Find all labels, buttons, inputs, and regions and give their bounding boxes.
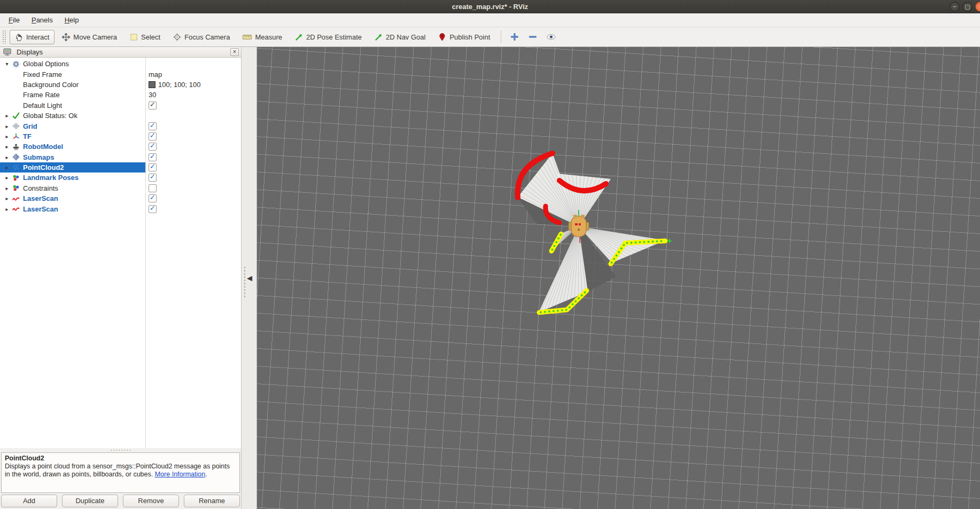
- tool-interact-button[interactable]: Interact: [10, 30, 55, 44]
- row-label: Global Status: Ok: [23, 112, 77, 120]
- tool-measure-button[interactable]: Measure: [237, 30, 287, 44]
- display-row-constraints[interactable]: ▸Constraints: [0, 183, 241, 193]
- rename-button[interactable]: Rename: [184, 495, 240, 507]
- expander-arrow-icon[interactable]: ▸: [3, 123, 11, 129]
- expander-arrow-icon[interactable]: ▸: [3, 206, 11, 212]
- property-value[interactable]: map: [149, 71, 162, 79]
- visibility-checkbox[interactable]: ✓: [149, 163, 157, 171]
- property-row-default-light[interactable]: Default Light✓: [0, 100, 241, 111]
- display-row-pointcloud2[interactable]: ▸PointCloud2✓: [0, 162, 241, 173]
- landmark-dot: [548, 310, 550, 312]
- visibility-checkbox[interactable]: [149, 184, 157, 192]
- display-row-global-status-ok[interactable]: ▸Global Status: Ok: [0, 111, 241, 121]
- tool-remove-tool-button[interactable]: [525, 29, 541, 44]
- expander-arrow-icon[interactable]: ▸: [3, 154, 11, 160]
- more-information-link[interactable]: More Information: [155, 471, 205, 478]
- tool-move-camera-button[interactable]: Move Camera: [57, 30, 122, 44]
- description-period: .: [205, 471, 207, 478]
- toolbar: InteractMove CameraSelectFocus CameraMea…: [0, 27, 980, 47]
- visibility-checkbox[interactable]: ✓: [149, 143, 157, 151]
- visibility-checkbox[interactable]: ✓: [149, 101, 157, 109]
- property-row-frame-rate[interactable]: Frame Rate30: [0, 90, 241, 100]
- displays-panel-header[interactable]: Displays ✕: [0, 47, 241, 58]
- tool-select-button[interactable]: Select: [125, 30, 166, 44]
- property-row-fixed-frame[interactable]: Fixed Framemap: [0, 69, 241, 79]
- property-value[interactable]: 30: [149, 91, 156, 99]
- row-label: Background Color: [23, 81, 79, 89]
- add-button[interactable]: Add: [1, 495, 57, 507]
- visibility-checkbox[interactable]: ✓: [149, 153, 157, 161]
- render-viewport[interactable]: [257, 47, 980, 509]
- display-row-grid[interactable]: ▸Grid✓: [0, 121, 241, 131]
- close-button[interactable]: [975, 2, 980, 12]
- checkmark: ✓: [150, 131, 155, 139]
- tool-focus-camera-button[interactable]: Focus Camera: [168, 30, 235, 44]
- expander-arrow-icon[interactable]: ▸: [3, 144, 11, 150]
- visibility-checkbox[interactable]: ✓: [149, 205, 157, 213]
- window-titlebar[interactable]: create_map.rviz* - RViz − ▢: [0, 0, 980, 13]
- landmark-dot: [574, 300, 577, 302]
- landmark-dot: [611, 262, 613, 264]
- tool-add-tool-button[interactable]: [507, 29, 523, 44]
- expander-arrow-icon[interactable]: ▸: [3, 165, 11, 170]
- panel-close-button[interactable]: ✕: [230, 48, 239, 56]
- tool-nav-goal-button[interactable]: 2D Nav Goal: [369, 30, 431, 44]
- display-row-robotmodel[interactable]: ▸RobotModel✓: [0, 142, 241, 152]
- display-row-laserscan[interactable]: ▸LaserScan✓: [0, 193, 241, 203]
- minimize-button[interactable]: −: [950, 2, 960, 12]
- visibility-checkbox[interactable]: ✓: [149, 174, 157, 182]
- vertical-splitter[interactable]: ◀: [242, 47, 257, 509]
- display-row-landmark-poses[interactable]: ▸Landmark Poses✓: [0, 173, 241, 183]
- duplicate-button[interactable]: Duplicate: [62, 495, 118, 507]
- checkmark: ✓: [150, 100, 155, 108]
- display-row-tf[interactable]: ▸TF✓: [0, 131, 241, 142]
- checkmark: ✓: [150, 121, 155, 129]
- visibility-checkbox[interactable]: ✓: [149, 194, 157, 202]
- display-row-submaps[interactable]: ▸Submaps✓: [0, 152, 241, 162]
- collapse-panel-arrow[interactable]: ◀: [247, 274, 252, 282]
- landmark-dot: [544, 311, 546, 313]
- checkmark: ✓: [150, 193, 155, 201]
- row-label: LaserScan: [23, 205, 58, 213]
- landmark-dot: [540, 311, 542, 314]
- expander-arrow-icon[interactable]: ▾: [3, 61, 11, 67]
- green-arrow-icon: [375, 33, 383, 41]
- menu-panels[interactable]: Panels: [26, 14, 58, 26]
- landmark-dot: [555, 241, 557, 244]
- visibility-checkbox[interactable]: ✓: [149, 132, 157, 140]
- expander-arrow-icon[interactable]: ▸: [3, 134, 11, 139]
- menu-help[interactable]: Help: [59, 14, 84, 26]
- landmark-dot: [561, 309, 563, 311]
- expander-arrow-icon[interactable]: ▸: [3, 175, 11, 181]
- tool-pose-estimate-button[interactable]: 2D Pose Estimate: [290, 30, 367, 44]
- menu-file[interactable]: File: [3, 14, 25, 26]
- expander-arrow-icon[interactable]: ▸: [3, 113, 11, 119]
- focus-icon: [173, 33, 181, 41]
- remove-button[interactable]: Remove: [123, 495, 179, 507]
- toolbar-drag-handle[interactable]: [2, 30, 6, 44]
- robot-model: [571, 216, 586, 237]
- expander-arrow-icon[interactable]: ▸: [3, 185, 11, 191]
- visibility-checkbox[interactable]: ✓: [149, 122, 157, 130]
- maximize-button[interactable]: ▢: [962, 2, 973, 12]
- display-description: PointCloud2 Displays a point cloud from …: [1, 452, 240, 493]
- display-row-laserscan[interactable]: ▸LaserScan✓: [0, 203, 241, 214]
- horizontal-splitter[interactable]: [0, 448, 241, 452]
- display-row-global-options[interactable]: ▾Global Options: [0, 59, 241, 69]
- row-label: RobotModel: [23, 143, 63, 151]
- checkmark: ✓: [150, 204, 155, 212]
- expander-arrow-icon[interactable]: ▸: [3, 195, 11, 201]
- property-value[interactable]: 100; 100; 100: [158, 81, 201, 89]
- checkmark: ✓: [150, 162, 155, 170]
- hand-icon: [15, 33, 23, 41]
- landmark-dot: [559, 234, 562, 236]
- tool-tool-properties-button[interactable]: [543, 30, 559, 43]
- landmark-dot: [660, 240, 663, 242]
- spheres-icon: [11, 184, 21, 192]
- tool-publish-point-button[interactable]: Publish Point: [433, 30, 495, 44]
- pointcloud-icon: [11, 164, 21, 171]
- property-row-background-color[interactable]: Background Color100; 100; 100: [0, 80, 241, 90]
- map-scene: [257, 47, 979, 509]
- color-swatch[interactable]: [149, 81, 155, 88]
- landmark-dot: [656, 240, 658, 242]
